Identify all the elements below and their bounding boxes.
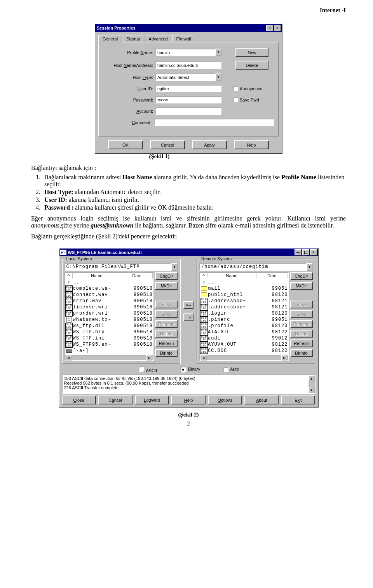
comment-field[interactable] xyxy=(154,119,274,126)
name-column[interactable]: Name xyxy=(207,273,256,278)
cancel-button[interactable]: Cancel xyxy=(150,140,185,149)
scroll-up-icon[interactable]: ▲ xyxy=(309,375,315,382)
upload-button[interactable]: --> xyxy=(183,313,193,321)
delete-button[interactable]: Delete xyxy=(290,330,313,338)
chgdir-button[interactable]: ChgDir xyxy=(155,272,178,280)
file-row[interactable]: 010101prorder.wri990518 xyxy=(65,310,153,317)
exec-button[interactable]: Exec xyxy=(155,310,178,318)
text-file-icon xyxy=(66,317,72,322)
file-row[interactable]: 010101.login98120 xyxy=(200,310,288,317)
rename-button[interactable]: Rename xyxy=(290,320,313,328)
file-row[interactable]: 010101connect.wav990518 xyxy=(65,292,153,298)
help-icon[interactable]: ? xyxy=(266,25,273,31)
ok-button[interactable]: OK xyxy=(108,140,143,149)
remote-hscroll[interactable]: ◄► xyxy=(199,355,289,361)
cancel-button[interactable]: Cancel xyxy=(98,396,132,404)
delete-button[interactable]: Delete xyxy=(235,61,268,70)
dirinfo-button[interactable]: DirInfo xyxy=(155,349,178,357)
scroll-right-icon[interactable]: ► xyxy=(146,355,152,360)
remote-path-field[interactable]: /home/ad/asu/ccegitim xyxy=(199,263,307,271)
date-column[interactable]: Date xyxy=(256,273,288,278)
log-vscroll[interactable]: ▲▼ xyxy=(309,375,315,393)
binary-radio[interactable]: Binary xyxy=(180,366,200,373)
date-column[interactable]: Date xyxy=(121,273,153,278)
close-icon[interactable]: × xyxy=(310,249,317,256)
file-row[interactable]: 010101CC.DOC98122 xyxy=(200,348,288,354)
file-row[interactable]: 010101.addressboo~98121 xyxy=(200,304,288,310)
caret-column[interactable]: ^ xyxy=(65,273,73,278)
help-button[interactable]: Help xyxy=(171,396,206,404)
file-row[interactable]: whatsnew.tx~990518 xyxy=(65,317,153,323)
anonymous-checkbox[interactable]: Anonymous xyxy=(233,86,262,91)
tab-advanced[interactable]: Advanced xyxy=(145,35,172,43)
maximize-icon[interactable] xyxy=(302,249,309,256)
file-row[interactable]: ⬆.. xyxy=(200,279,288,285)
file-row[interactable]: 010101.addressboo~98121 xyxy=(200,298,288,304)
apply-button[interactable]: Apply xyxy=(192,140,227,149)
scroll-left-icon[interactable]: ◄ xyxy=(66,355,72,360)
file-row[interactable]: mail99051 xyxy=(200,285,288,292)
new-button[interactable]: New xyxy=(235,48,268,57)
refresh-button[interactable]: Refresh xyxy=(155,340,178,347)
close-icon[interactable]: × xyxy=(274,25,281,31)
dirinfo-button[interactable]: DirInfo xyxy=(290,349,313,357)
ascii-radio[interactable]: ASCII xyxy=(138,366,157,373)
download-button[interactable]: <-- xyxy=(183,301,193,309)
scroll-down-icon[interactable]: ▼ xyxy=(309,387,315,393)
file-row[interactable]: 010101ATA.GIF98122 xyxy=(200,329,288,335)
remote-file-list[interactable]: ⬆..mail99051public_html98120010101.addre… xyxy=(199,279,289,355)
name-column[interactable]: Name xyxy=(73,273,122,278)
logwnd-button[interactable]: LogWnd xyxy=(135,396,169,404)
file-row[interactable]: ⬆.. xyxy=(65,279,153,285)
delete-button[interactable]: Delete xyxy=(155,330,178,338)
about-button[interactable]: About xyxy=(244,396,279,404)
file-row[interactable]: 010101WS_FTP.ini990518 xyxy=(65,335,153,341)
tab-startup[interactable]: Startup xyxy=(122,35,144,43)
minimize-icon[interactable] xyxy=(295,249,302,256)
file-row[interactable]: 010101WS_FTP.hlp990518 xyxy=(65,329,153,335)
options-button[interactable]: Options xyxy=(208,396,242,404)
save-pwd-checkbox[interactable]: Save Pwd xyxy=(233,97,259,102)
mkdir-button[interactable]: MkDir xyxy=(155,282,178,290)
chevron-down-icon[interactable]: ▼ xyxy=(171,263,178,271)
tab-general[interactable]: General xyxy=(98,35,122,43)
user-id-field[interactable]: egitim xyxy=(155,85,221,92)
view-button[interactable]: View xyxy=(155,301,178,308)
file-row[interactable]: 010101complete.wa~990518 xyxy=(65,285,153,292)
scroll-right-icon[interactable]: ► xyxy=(281,355,288,360)
chevron-down-icon[interactable]: ▼ xyxy=(215,74,221,81)
local-file-list[interactable]: ⬆..010101complete.wa~990518010101connect… xyxy=(64,279,154,355)
host-name-field[interactable]: hamlin.cc.boun.edu.tr xyxy=(155,61,221,69)
rename-button[interactable]: Rename xyxy=(155,320,178,328)
help-button[interactable]: Help xyxy=(234,140,269,149)
profile-name-combo[interactable]: hamlin▼ xyxy=(155,49,221,56)
file-row[interactable]: public_html98120 xyxy=(200,292,288,298)
file-row[interactable]: 010101ws_ftp.dll990518 xyxy=(65,323,153,329)
chevron-down-icon[interactable]: ▼ xyxy=(307,263,313,271)
local-path-field[interactable]: C:\Program Files\WS_FTP xyxy=(64,263,172,271)
view-button[interactable]: View xyxy=(290,301,313,308)
chevron-down-icon[interactable]: ▼ xyxy=(215,49,221,56)
file-row[interactable]: 010101error.wav990518 xyxy=(65,298,153,304)
file-row[interactable]: 010101.profile98120 xyxy=(200,323,288,329)
refresh-button[interactable]: Refresh xyxy=(290,340,313,347)
close-button[interactable]: Close xyxy=(62,396,96,404)
caret-column[interactable]: ^ xyxy=(200,273,207,278)
file-row[interactable]: 010101AYUVA.OUT98122 xyxy=(200,341,288,348)
chgdir-button[interactable]: ChgDir xyxy=(290,272,313,280)
scroll-left-icon[interactable]: ◄ xyxy=(200,355,207,360)
file-row[interactable]: 010101WS_FTP95.ex~990518 xyxy=(65,341,153,348)
exit-button[interactable]: Exit xyxy=(281,396,315,404)
tab-firewall[interactable]: Firewall xyxy=(172,35,195,43)
local-hscroll[interactable]: ◄► xyxy=(64,355,154,361)
file-row[interactable]: 010101.pinerc99051 xyxy=(200,317,288,323)
password-field[interactable]: xxxxxx xyxy=(155,96,221,103)
auto-checkbox[interactable]: Auto xyxy=(223,367,239,372)
file-row[interactable]: 010101audi99012 xyxy=(200,335,288,341)
file-row[interactable]: 010101license.wri990518 xyxy=(65,304,153,310)
mkdir-button[interactable]: MkDir xyxy=(290,282,313,290)
account-field[interactable] xyxy=(155,107,221,115)
exec-button[interactable]: Exec xyxy=(290,310,313,318)
host-type-combo[interactable]: Automatic detect▼ xyxy=(155,74,221,81)
file-row[interactable]: [-a-] xyxy=(65,348,153,354)
